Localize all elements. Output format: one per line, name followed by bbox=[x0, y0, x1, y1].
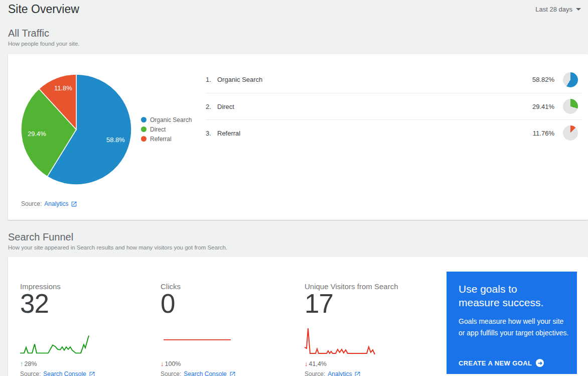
metric-value: 0 bbox=[161, 288, 175, 319]
goals-promo-card: Use goals to measure success. Goals meas… bbox=[447, 272, 577, 374]
impressions-sparkline-chart bbox=[20, 330, 95, 356]
arrow-forward-circle-icon: ➜ bbox=[536, 359, 544, 367]
row-rank: 2. bbox=[206, 103, 217, 110]
trend-down-icon: ↓ bbox=[161, 360, 164, 367]
unique-visitors-sparkline-chart bbox=[305, 326, 381, 355]
trend-value: 28% bbox=[25, 360, 37, 367]
search-console-link[interactable]: Search Console bbox=[184, 370, 226, 376]
metric-source-row: Source: Analytics bbox=[305, 370, 361, 376]
legend-dot-organic-search-icon bbox=[141, 117, 146, 122]
search-funnel-card: Impressions 32 ↑ 28% Source: Search Cons… bbox=[8, 257, 588, 376]
open-in-new-icon[interactable] bbox=[71, 201, 77, 207]
search-funnel-subtitle: How your site appeared in Search results… bbox=[8, 244, 227, 250]
all-traffic-card: 58.8% 29.4% 11.8% Organic Search Direct … bbox=[8, 54, 588, 220]
row-percent: 58.82% bbox=[532, 76, 554, 83]
traffic-pie-chart[interactable] bbox=[19, 72, 134, 187]
pie-legend: Organic Search Direct Referral bbox=[141, 115, 192, 144]
open-in-new-icon[interactable] bbox=[89, 371, 95, 376]
metric-trend: ↓ 100% bbox=[161, 360, 181, 367]
page-title: Site Overview bbox=[8, 3, 79, 16]
legend-label: Organic Search bbox=[150, 116, 192, 123]
pie-slice-label-referral: 11.8% bbox=[54, 84, 72, 92]
legend-label: Direct bbox=[150, 126, 166, 133]
legend-item-referral: Referral bbox=[141, 134, 192, 144]
open-in-new-icon[interactable] bbox=[229, 371, 236, 376]
row-label: Organic Search bbox=[217, 76, 262, 83]
traffic-source-row: Source: Analytics bbox=[21, 200, 77, 207]
open-in-new-icon[interactable] bbox=[354, 371, 361, 376]
row-label: Referral bbox=[217, 130, 240, 137]
mini-pie-icon bbox=[563, 126, 578, 141]
create-new-goal-label: CREATE A NEW GOAL bbox=[459, 359, 532, 367]
legend-dot-referral-icon bbox=[141, 136, 146, 142]
source-label: Source: bbox=[305, 370, 325, 376]
source-label: Source: bbox=[161, 370, 181, 376]
table-row[interactable]: 3. Referral 11.76% bbox=[206, 119, 582, 146]
trend-value: 41,4% bbox=[309, 360, 327, 367]
chevron-down-icon bbox=[576, 8, 581, 11]
table-row[interactable]: 2. Direct 29.41% bbox=[206, 93, 582, 119]
all-traffic-section-header: All Traffic How people found your site. bbox=[8, 28, 80, 47]
legend-dot-direct-icon bbox=[141, 127, 146, 132]
pie-slice-label-direct: 29.4% bbox=[28, 130, 46, 138]
table-row[interactable]: 1. Organic Search 58.82% bbox=[206, 66, 582, 93]
row-label: Direct bbox=[217, 103, 234, 110]
search-funnel-title: Search Funnel bbox=[8, 231, 227, 243]
create-new-goal-button[interactable]: CREATE A NEW GOAL ➜ bbox=[459, 359, 544, 367]
source-label: Source: bbox=[20, 370, 41, 376]
site-overview-page: Site Overview Last 28 days All Traffic H… bbox=[0, 0, 588, 376]
metric-impressions: Impressions 32 ↑ 28% Source: Search Cons… bbox=[20, 257, 156, 376]
pie-slice-label-organic: 58.8% bbox=[106, 136, 125, 144]
legend-item-organic-search: Organic Search bbox=[141, 115, 192, 124]
metric-clicks: Clicks 0 ↓ 100% Source: Search Console bbox=[161, 257, 296, 376]
clicks-sparkline-chart bbox=[161, 330, 236, 356]
mini-pie-icon bbox=[563, 99, 578, 114]
mini-pie-icon bbox=[563, 72, 578, 87]
date-range-selector[interactable]: Last 28 days bbox=[535, 6, 581, 13]
analytics-link[interactable]: Analytics bbox=[328, 370, 352, 376]
row-percent: 29.41% bbox=[532, 103, 554, 110]
analytics-link[interactable]: Analytics bbox=[44, 200, 68, 207]
search-funnel-section-header: Search Funnel How your site appeared in … bbox=[8, 231, 227, 250]
row-rank: 1. bbox=[206, 76, 217, 83]
metric-trend: ↓ 41,4% bbox=[305, 360, 327, 367]
legend-item-direct: Direct bbox=[141, 124, 192, 134]
promo-title: Use goals to measure success. bbox=[459, 282, 551, 309]
source-label: Source: bbox=[21, 200, 42, 207]
metric-source-row: Source: Search Console bbox=[20, 370, 95, 376]
row-percent: 11.76% bbox=[533, 130, 554, 137]
trend-value: 100% bbox=[165, 360, 181, 367]
all-traffic-title: All Traffic bbox=[8, 28, 80, 39]
promo-body: Goals measure how well your site or app … bbox=[459, 316, 569, 339]
trend-down-icon: ↓ bbox=[305, 360, 308, 367]
metric-value: 32 bbox=[20, 288, 49, 319]
search-console-link[interactable]: Search Console bbox=[43, 370, 86, 376]
metric-trend: ↑ 28% bbox=[20, 360, 37, 367]
all-traffic-subtitle: How people found your site. bbox=[8, 41, 80, 47]
legend-label: Referral bbox=[150, 136, 172, 143]
trend-up-icon: ↑ bbox=[20, 360, 24, 367]
metric-unique-visitors: Unique Visitors from Search 17 ↓ 41,4% S… bbox=[305, 257, 440, 376]
traffic-breakdown-list: 1. Organic Search 58.82% 2. Direct 29.41… bbox=[206, 66, 582, 146]
metric-value: 17 bbox=[305, 288, 333, 319]
metric-source-row: Source: Search Console bbox=[161, 370, 236, 376]
date-range-label: Last 28 days bbox=[535, 6, 572, 13]
row-rank: 3. bbox=[206, 130, 217, 137]
